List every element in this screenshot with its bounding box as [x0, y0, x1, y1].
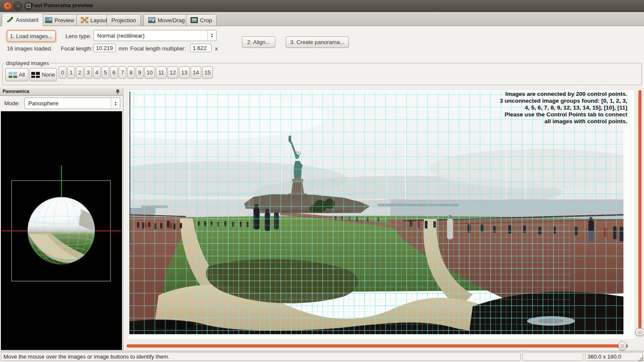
resize-grip[interactable] — [642, 360, 643, 361]
image-button-10[interactable]: 10 — [144, 66, 155, 79]
focal-length-input[interactable] — [93, 44, 116, 52]
create-panorama-button[interactable]: 3. Create panorama... — [286, 36, 349, 48]
panoramica-panel-header: Panoramica — [0, 88, 123, 96]
window-title: Fast Panorama preview — [31, 2, 93, 9]
crop-icon — [191, 17, 198, 23]
load-images-button[interactable]: 1. Load images... — [7, 30, 56, 42]
close-button[interactable]: ✕ — [3, 2, 12, 10]
focal-multiplier-input[interactable] — [190, 44, 212, 52]
image-button-2[interactable]: 2 — [76, 66, 83, 79]
focal-multiplier-label: Focal length multiplier: — [130, 45, 186, 52]
move-drag-icon — [148, 17, 155, 23]
preview-icon: GL — [45, 17, 52, 23]
show-none-button[interactable]: None — [30, 68, 57, 81]
lens-type-value: Normal (rectilinear) — [94, 33, 207, 39]
image-button-12[interactable]: 12 — [167, 66, 178, 79]
tab-label: Preview — [54, 17, 74, 24]
spinner-arrows-icon[interactable]: ▲▼ — [111, 98, 120, 109]
focal-length-label: Focal length: — [61, 45, 92, 52]
mode-bar: Mode: Panosphere ▲▼ — [0, 96, 123, 111]
tab-label: Layout — [90, 17, 107, 24]
image-button-7[interactable]: 7 — [119, 66, 126, 79]
panosphere-canvas[interactable] — [1, 111, 122, 350]
status-message: Move the mouse over the images or image … — [1, 352, 521, 361]
tab-preview[interactable]: GL Preview — [40, 14, 79, 26]
status-dimensions: 360.0 x 180.0 — [585, 352, 643, 361]
image-button-5[interactable]: 5 — [101, 66, 109, 79]
tab-move-drag[interactable]: Move/Drag — [143, 14, 190, 26]
vfov-slider-handle[interactable] — [635, 328, 644, 336]
hfov-slider-handle[interactable] — [618, 341, 626, 351]
focal-length-unit: mm — [119, 45, 128, 52]
image-button-3[interactable]: 3 — [84, 66, 92, 79]
tab-bar: Assistant GL Preview Layout Projection M… — [0, 12, 644, 26]
image-button-4[interactable]: 4 — [93, 66, 101, 79]
panorama-image[interactable] — [129, 92, 623, 334]
lens-type-label: Lens type: — [66, 33, 91, 39]
image-button-6[interactable]: 6 — [110, 66, 118, 79]
no-images-icon — [31, 72, 40, 78]
control-points-warning: Images are connected by 200 control poin… — [424, 91, 627, 125]
align-button[interactable]: 2. Align... — [242, 36, 275, 48]
image-button-row: 0 1 2 3 4 5 6 7 8 9 10 11 12 13 14 15 — [59, 66, 213, 79]
status-bar: Move the mouse over the images or image … — [0, 351, 644, 362]
image-button-0[interactable]: 0 — [59, 66, 66, 79]
image-button-14[interactable]: 14 — [191, 66, 201, 79]
tab-projection[interactable]: Projection — [107, 14, 141, 26]
svg-text:GL: GL — [46, 18, 50, 20]
image-button-11[interactable]: 11 — [156, 66, 167, 79]
fast-panorama-preview-window: { "window": { "title": "Fast Panorama pr… — [0, 0, 644, 362]
layout-icon — [81, 17, 88, 23]
all-images-icon — [9, 72, 17, 78]
tab-label: Move/Drag — [158, 17, 185, 24]
titlebar: ✕ – Fast Panorama preview — [0, 0, 644, 12]
assistant-icon — [6, 17, 14, 23]
hfov-slider-track[interactable] — [127, 344, 628, 347]
fine-grid-overlay — [194, 214, 570, 334]
image-button-1[interactable]: 1 — [67, 66, 75, 79]
mode-select[interactable]: Panosphere ▲▼ — [24, 98, 120, 109]
all-label: All — [19, 71, 25, 78]
tab-crop[interactable]: Crop — [186, 14, 217, 26]
image-button-15[interactable]: 15 — [202, 66, 213, 79]
panoramica-title: Panoramica — [3, 89, 29, 94]
tab-label: Projection — [111, 17, 136, 24]
tab-label: Assistant — [16, 17, 39, 23]
mode-value: Panosphere — [25, 100, 111, 107]
focal-multiplier-unit: x — [215, 45, 218, 52]
none-label: None — [42, 71, 55, 78]
image-button-13[interactable]: 13 — [179, 66, 190, 79]
vfov-slider-track[interactable] — [638, 90, 641, 336]
displayed-images-label: displayed images — [4, 60, 51, 66]
vfov-slider[interactable] — [635, 90, 644, 338]
image-button-9[interactable]: 9 — [136, 66, 143, 79]
lens-type-select[interactable]: Normal (rectilinear) ▲▼ — [93, 30, 217, 41]
minimize-button[interactable]: – — [14, 2, 22, 10]
tab-label: Crop — [200, 17, 212, 24]
hfov-slider[interactable] — [127, 341, 630, 350]
tab-assistant[interactable]: Assistant — [2, 13, 43, 26]
maximize-icon — [27, 4, 30, 8]
panosphere-render — [1, 111, 122, 350]
images-loaded-text: 16 images loaded. — [7, 45, 52, 52]
image-button-8[interactable]: 8 — [127, 66, 135, 79]
show-all-button[interactable]: All — [5, 68, 28, 81]
status-empty-cell — [522, 352, 583, 361]
spinner-arrows-icon[interactable]: ▲▼ — [207, 30, 216, 41]
mode-label: Mode: — [4, 100, 20, 107]
pin-icon[interactable] — [116, 89, 120, 95]
